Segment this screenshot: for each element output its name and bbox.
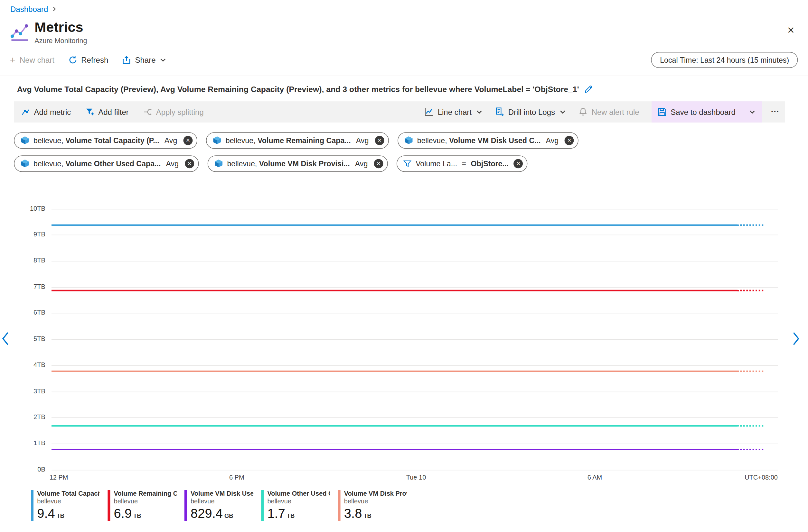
refresh-button[interactable]: Refresh (68, 56, 108, 64)
pill-text: Volume La... = ObjStore... (416, 159, 509, 168)
series-line-dotted (738, 225, 763, 226)
more-options-button[interactable]: … (762, 104, 785, 119)
x-axis-labels: 12 PM6 PMTue 106 AMUTC+08:00 (52, 474, 778, 482)
share-button[interactable]: Share (122, 56, 166, 64)
remove-filter-button[interactable]: ✕ (514, 159, 523, 168)
y-axis-tick-label: 0B (37, 466, 52, 473)
resource-cube-icon (214, 159, 223, 168)
time-range-button[interactable]: Local Time: Last 24 hours (15 minutes) (651, 52, 798, 68)
edit-title-button[interactable] (584, 85, 593, 94)
plus-icon: + (10, 55, 16, 65)
legend-unit: TB (133, 512, 141, 518)
pill-aggregation: Avg (166, 159, 179, 168)
x-axis-tick-label: 6 PM (229, 474, 244, 481)
divider (0, 76, 808, 76)
refresh-label: Refresh (81, 56, 108, 64)
pan-right-button[interactable] (792, 331, 800, 347)
gridline (52, 209, 778, 209)
save-to-dashboard-button[interactable]: Save to dashboard (651, 101, 742, 122)
pill-scope: bellevue, (34, 159, 63, 168)
filter-value: ObjStore... (471, 159, 509, 168)
metric-pill[interactable]: bellevue, Volume Other Used Capa... Avg … (14, 155, 199, 172)
pill-scope: bellevue, (34, 136, 63, 145)
line-chart-selector[interactable]: Line chart (424, 107, 482, 116)
pill-metric-name: Volume VM Disk Provisi... (259, 159, 350, 168)
resource-cube-icon (213, 136, 221, 145)
filter-operator: = (462, 159, 466, 168)
pill-text: bellevue, Volume Other Used Capa... Avg (34, 159, 180, 168)
pan-left-button[interactable] (2, 331, 9, 347)
save-icon (658, 108, 666, 116)
series-line-dotted (738, 290, 763, 291)
remove-metric-button[interactable]: ✕ (185, 159, 194, 168)
save-options-chevron[interactable] (742, 101, 762, 122)
drill-into-logs-button[interactable]: Drill into Logs (495, 107, 566, 116)
resource-cube-icon (21, 159, 29, 168)
gridline (52, 365, 778, 366)
pill-aggregation: Avg (546, 136, 559, 145)
gridline (52, 443, 778, 444)
legend-item[interactable]: Volume Remaining Cap... bellevue 6.9 TB (108, 490, 177, 521)
pill-aggregation: Avg (355, 159, 368, 168)
metric-pill[interactable]: bellevue, Volume Remaining Capa... Avg ✕ (206, 132, 389, 149)
legend-color-bar (31, 490, 34, 521)
legend-value: 1.7 (267, 506, 285, 520)
pill-text: bellevue, Volume VM Disk Provisi... Avg (227, 159, 369, 168)
gridline (52, 261, 778, 262)
filter-pill[interactable]: Volume La... = ObjStore... ✕ (397, 155, 528, 172)
filter-field: Volume La... (416, 159, 457, 168)
close-icon[interactable]: ✕ (787, 25, 795, 36)
gridline (52, 339, 778, 340)
legend-item[interactable]: Volume Other Used Ca... bellevue 1.7 TB (261, 490, 330, 521)
chart-legend: Volume Total Capacit... bellevue 9.4 TB … (31, 490, 808, 521)
series-line-solid (52, 370, 738, 372)
drill-into-logs-icon (495, 107, 504, 116)
legend-item[interactable]: Volume Total Capacit... bellevue 9.4 TB (31, 490, 100, 521)
new-alert-rule-label: New alert rule (592, 108, 639, 116)
chart-toolbar: Add metric Add filter Apply splitting Li… (14, 101, 785, 122)
breadcrumb-dashboard-link[interactable]: Dashboard (10, 4, 48, 13)
legend-title: Volume Total Capacit... (37, 490, 100, 497)
pill-scope: bellevue, (227, 159, 257, 168)
legend-item[interactable]: Volume VM Disk Provi... bellevue 3.8 TB (338, 490, 407, 521)
page-header: Metrics Azure Monitoring (0, 14, 808, 45)
pill-metric-name: Volume Remaining Capa... (258, 136, 351, 145)
new-chart-button: + New chart (10, 55, 54, 65)
apply-splitting-icon (143, 108, 152, 116)
y-axis-tick-label: 7TB (34, 283, 52, 290)
add-filter-button[interactable]: Add filter (85, 108, 129, 116)
add-metric-button[interactable]: Add metric (21, 108, 71, 116)
remove-metric-button[interactable]: ✕ (565, 136, 574, 145)
metric-pills: bellevue, Volume Total Capacity (P... Av… (14, 132, 614, 172)
remove-metric-button[interactable]: ✕ (183, 136, 193, 145)
breadcrumb-chevron-icon (52, 6, 58, 12)
new-alert-rule-icon (578, 107, 587, 116)
legend-value: 6.9 (114, 506, 132, 520)
x-axis-tick-label: 12 PM (50, 474, 68, 481)
line-chart-label: Line chart (438, 108, 472, 116)
series-line-dotted (738, 449, 763, 450)
y-axis-tick-label: 4TB (34, 361, 52, 368)
chevron-down-icon (160, 57, 166, 63)
legend-item[interactable]: Volume VM Disk Used ... bellevue 829.4 G… (184, 490, 253, 521)
pill-text: bellevue, Volume Total Capacity (P... Av… (34, 136, 178, 145)
series-line-dotted (738, 425, 763, 427)
legend-resource: bellevue (190, 498, 253, 505)
legend-value: 829.4 (190, 506, 223, 520)
remove-metric-button[interactable]: ✕ (375, 136, 384, 145)
metric-pill[interactable]: bellevue, Volume Total Capacity (P... Av… (14, 132, 197, 149)
x-axis-tick-label: 6 AM (587, 474, 602, 481)
breadcrumb: Dashboard (0, 0, 808, 14)
metrics-logo-icon (9, 22, 30, 42)
legend-unit: TB (57, 512, 65, 518)
chart-toolbar-right: Line chart Drill into Logs New alert rul (424, 101, 785, 122)
y-axis-tick-label: 6TB (34, 309, 52, 316)
chevron-down-icon (749, 108, 755, 115)
metric-pill[interactable]: bellevue, Volume VM Disk Provisi... Avg … (208, 155, 388, 172)
gridline (52, 470, 778, 470)
gridline (52, 392, 778, 392)
chart-title-row: Avg Volume Total Capacity (Preview), Avg… (17, 85, 796, 94)
metric-pill[interactable]: bellevue, Volume VM Disk Used C... Avg ✕ (398, 132, 579, 149)
remove-metric-button[interactable]: ✕ (374, 159, 383, 168)
y-axis-tick-label: 10TB (30, 205, 52, 212)
